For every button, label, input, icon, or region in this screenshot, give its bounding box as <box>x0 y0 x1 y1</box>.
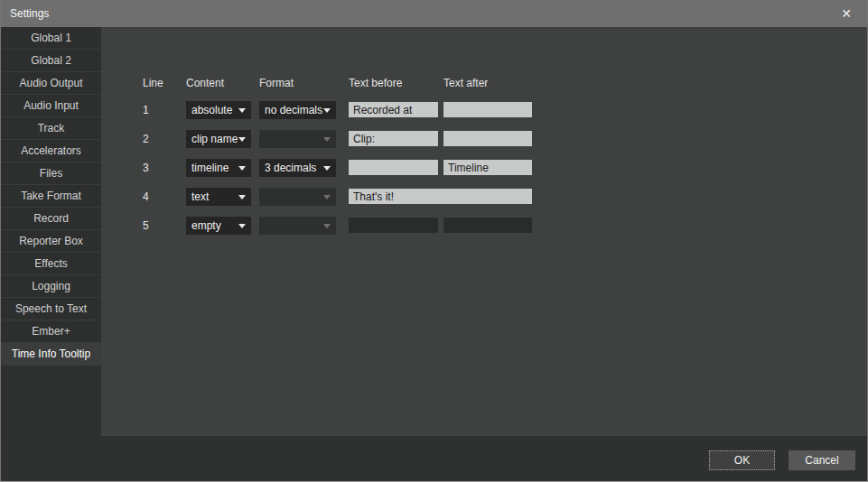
column-header-text-after: Text after <box>443 77 488 90</box>
content-dropdown[interactable]: empty <box>186 217 251 235</box>
text-after-input[interactable] <box>443 160 532 175</box>
line-number: 5 <box>143 217 166 235</box>
sidebar-item-global-2[interactable]: Global 2 <box>1 50 101 72</box>
format-dropdown-value: no decimals <box>265 104 322 116</box>
column-header-format: Format <box>259 77 294 90</box>
sidebar-item-speech-to-text[interactable]: Speech to Text <box>1 298 101 320</box>
sidebar-item-global-1[interactable]: Global 1 <box>1 27 101 50</box>
sidebar-item-effects[interactable]: Effects <box>1 253 101 275</box>
chevron-down-icon <box>323 195 331 199</box>
text-after-input <box>443 218 532 233</box>
content-dropdown-value: clip name <box>191 133 238 145</box>
content-dropdown[interactable]: clip name <box>186 130 251 148</box>
table-row: 4text <box>1 188 868 207</box>
format-dropdown <box>259 130 336 148</box>
sidebar-item-label: Reporter Box <box>19 235 83 247</box>
chevron-down-icon <box>238 108 246 113</box>
footer-bar: OK Cancel <box>1 436 867 482</box>
cancel-button[interactable]: Cancel <box>789 450 855 470</box>
chevron-down-icon <box>238 195 246 199</box>
format-dropdown <box>259 217 336 235</box>
table-row: 1absoluteno decimals <box>1 101 868 120</box>
content-dropdown-value: empty <box>191 219 221 232</box>
sidebar-item-label: Logging <box>32 280 70 292</box>
table-row: 5empty <box>1 217 868 236</box>
text-before-input[interactable] <box>349 160 438 175</box>
sidebar-item-label: Effects <box>34 257 67 270</box>
table-row: 3timeline3 decimals <box>1 159 868 178</box>
sidebar-item-label: Ember+ <box>32 325 70 338</box>
content-dropdown-value: timeline <box>191 162 229 174</box>
format-dropdown <box>259 188 336 206</box>
table-row: 2clip name <box>1 130 868 149</box>
content-dropdown[interactable]: text <box>186 188 251 206</box>
format-dropdown[interactable]: no decimals <box>259 101 336 119</box>
chevron-down-icon <box>238 137 246 142</box>
sidebar-item-label: Speech to Text <box>15 302 87 315</box>
content-dropdown[interactable]: absolute <box>186 101 251 119</box>
format-dropdown[interactable]: 3 decimals <box>259 159 336 177</box>
text-before-input <box>349 218 438 233</box>
format-dropdown-value: 3 decimals <box>265 162 316 174</box>
sidebar-item-audio-output[interactable]: Audio Output <box>1 72 101 95</box>
line-number: 2 <box>143 130 166 148</box>
content-dropdown[interactable]: timeline <box>186 159 251 177</box>
text-before-input[interactable] <box>349 131 438 146</box>
ok-button[interactable]: OK <box>709 450 775 470</box>
chevron-down-icon <box>238 224 246 228</box>
chevron-down-icon <box>323 224 331 228</box>
sidebar-item-ember-[interactable]: Ember+ <box>1 320 101 343</box>
sidebar-item-label: Global 1 <box>31 32 71 44</box>
content-dropdown-value: absolute <box>191 104 232 116</box>
chevron-down-icon <box>323 108 331 113</box>
content-dropdown-value: text <box>191 190 209 203</box>
line-number: 1 <box>143 101 166 119</box>
sidebar-item-label: Time Info Tooltip <box>12 348 90 360</box>
chevron-down-icon <box>323 137 331 142</box>
chevron-down-icon <box>238 166 246 171</box>
column-header-content: Content <box>186 77 224 90</box>
column-header-text-before: Text before <box>349 77 402 90</box>
sidebar-item-label: Global 2 <box>31 54 71 67</box>
settings-dialog: Settings ✕ Global 1Global 2Audio OutputA… <box>0 0 868 482</box>
text-after-input[interactable] <box>443 131 532 146</box>
line-number: 3 <box>143 159 166 177</box>
text-before-input[interactable] <box>349 102 438 117</box>
sidebar-item-time-info-tooltip[interactable]: Time Info Tooltip <box>1 343 101 366</box>
line-number: 4 <box>143 188 166 206</box>
close-icon[interactable]: ✕ <box>835 0 858 27</box>
dialog-title: Settings <box>10 7 49 20</box>
chevron-down-icon <box>323 166 331 171</box>
column-header-line: Line <box>143 77 163 90</box>
title-bar: Settings ✕ <box>1 0 867 27</box>
text-combined-input[interactable] <box>349 189 532 204</box>
sidebar-item-logging[interactable]: Logging <box>1 275 101 298</box>
text-after-input[interactable] <box>443 102 532 117</box>
sidebar-item-label: Audio Output <box>19 77 82 89</box>
